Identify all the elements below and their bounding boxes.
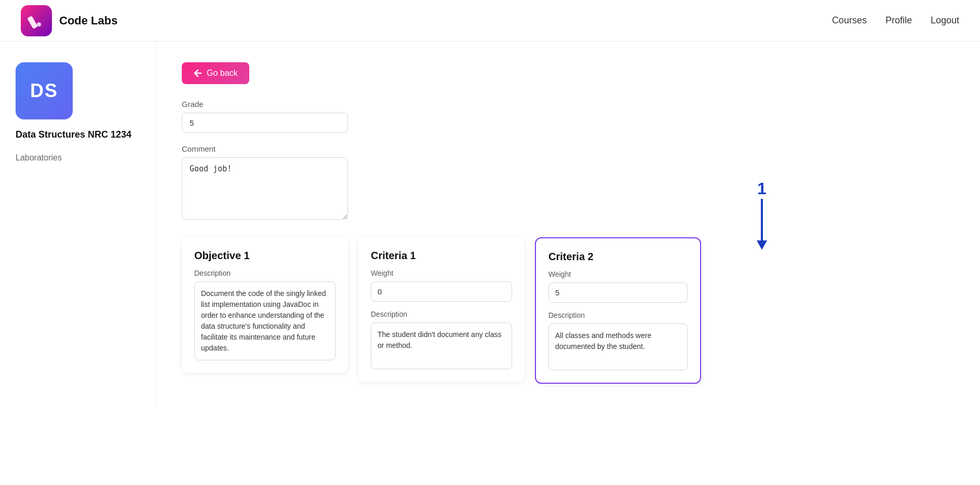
- card-criteria-1-title: Criteria 1: [371, 250, 512, 262]
- cards-section: 1 Objective 1 Description Document the c…: [182, 237, 954, 384]
- comment-label: Comment: [182, 144, 954, 153]
- card-criteria-2-desc-label: Description: [548, 311, 688, 319]
- svg-point-1: [37, 22, 41, 26]
- card-objective-1-desc-label: Description: [194, 269, 335, 277]
- main-layout: DS Data Structures NRC 1234 Laboratories…: [0, 42, 980, 405]
- card-criteria-1: Criteria 1 Weight Description The studen…: [358, 237, 525, 382]
- card-criteria-1-desc-label: Description: [371, 310, 512, 318]
- brand-logo: [21, 5, 52, 36]
- course-initials: DS: [30, 80, 58, 102]
- brand-name: Code Labs: [59, 14, 117, 28]
- content-area: Go back Grade Comment Good job! 1 Object…: [156, 42, 980, 405]
- card-objective-1: Objective 1 Description Document the cod…: [182, 237, 348, 373]
- brand: Code Labs: [21, 5, 117, 36]
- cards-row: Objective 1 Description Document the cod…: [182, 237, 954, 384]
- arrow-line: [761, 199, 763, 240]
- card-criteria-1-weight-input[interactable]: [371, 281, 512, 302]
- card-criteria-2-weight-label: Weight: [548, 270, 688, 278]
- nav-logout[interactable]: Logout: [931, 15, 959, 26]
- grade-label: Grade: [182, 100, 954, 109]
- grade-field-group: Grade: [182, 100, 954, 133]
- card-criteria-2: Criteria 2 Weight Description All classe…: [535, 237, 701, 384]
- navbar-links: Courses Profile Logout: [832, 15, 959, 26]
- nav-profile[interactable]: Profile: [885, 15, 912, 26]
- comment-textarea[interactable]: Good job!: [182, 157, 348, 220]
- card-objective-1-description: Document the code of the singly linked l…: [194, 281, 335, 360]
- go-back-button[interactable]: Go back: [182, 62, 249, 84]
- comment-field-group: Comment Good job!: [182, 144, 954, 222]
- card-criteria-2-title: Criteria 2: [548, 251, 688, 263]
- grade-input[interactable]: [182, 113, 348, 133]
- navbar: Code Labs Courses Profile Logout: [0, 0, 980, 42]
- card-objective-1-title: Objective 1: [194, 250, 335, 262]
- card-criteria-2-description: All classes and methods were documented …: [548, 324, 688, 370]
- card-criteria-1-description: The student didn't document any class or…: [371, 322, 512, 369]
- arrow-left-icon: [193, 69, 203, 78]
- nav-courses[interactable]: Courses: [832, 15, 867, 26]
- course-avatar: DS: [16, 62, 73, 119]
- card-criteria-2-weight-input[interactable]: [548, 282, 688, 303]
- sidebar: DS Data Structures NRC 1234 Laboratories: [0, 42, 156, 405]
- svg-rect-0: [28, 16, 38, 29]
- sidebar-item-laboratories[interactable]: Laboratories: [16, 151, 140, 165]
- annotation-number: 1: [757, 180, 767, 197]
- logo-icon: [28, 12, 45, 30]
- course-title: Data Structures NRC 1234: [16, 129, 140, 141]
- card-criteria-1-weight-label: Weight: [371, 269, 512, 277]
